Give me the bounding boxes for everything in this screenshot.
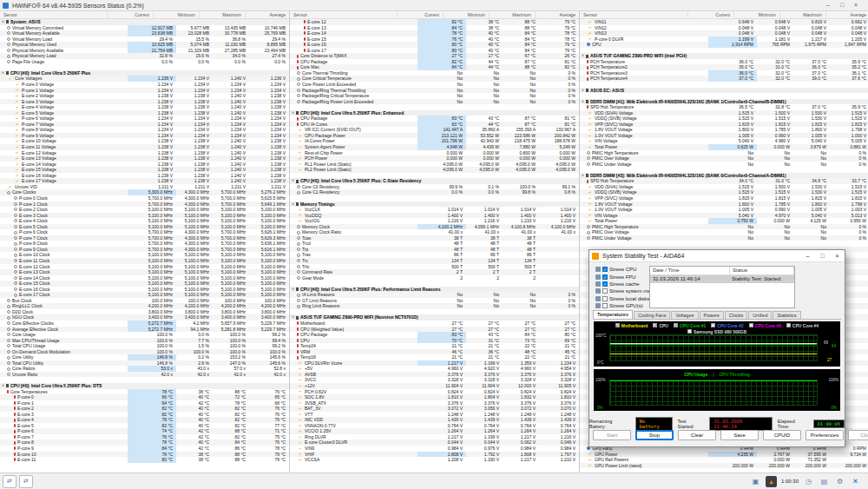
cpuid-button[interactable]: CPUID	[763, 430, 801, 440]
column-header-average[interactable]: Average	[826, 11, 868, 18]
sensor-row[interactable]: Ring Limit ReasonsNoNoNo0 %	[290, 303, 579, 309]
logging-icon[interactable]: ▲	[766, 476, 777, 487]
aida64-maximize-icon[interactable]: □	[815, 250, 830, 261]
legend-item[interactable]: CPU Core #4	[786, 323, 819, 328]
stress-checkbox[interactable]: ✓	[602, 281, 608, 287]
column-header-sensor[interactable]: Sensor	[0, 11, 108, 18]
legend-item[interactable]: ✓CPU	[653, 323, 668, 328]
remote-sensors-icon[interactable]: ▣	[750, 476, 761, 487]
aida64-tab-bar: TemperaturesCooling FansVoltagesPowersCl…	[593, 309, 841, 320]
stress-checkbox[interactable]	[602, 303, 608, 308]
column-header-minimum[interactable]: Minimum	[734, 11, 780, 18]
aida64-minimize-icon[interactable]: –	[800, 250, 815, 261]
expand-arrows-button[interactable]: ⇄	[19, 475, 33, 488]
column-header-minimum[interactable]: Minimum	[444, 11, 490, 18]
sensor-row[interactable]: Page File Usage0.0 %0.0 %0.0 %0.0 %	[0, 59, 289, 65]
settings-gear-icon[interactable]: ⚙	[834, 476, 845, 487]
clock-icon	[587, 162, 590, 166]
sensor-row[interactable]: Core C1 Residency0.0 %0.0 %99.8 %0.8 %	[290, 189, 579, 195]
stress-checkbox[interactable]: ✓	[602, 267, 608, 272]
stress-checkbox[interactable]: ✓	[602, 274, 608, 280]
voltage-icon	[297, 384, 303, 387]
legend-item[interactable]: Samsung SSD 980 500GB	[687, 329, 746, 334]
legend-checkbox[interactable]: ✓	[615, 323, 620, 327]
aida64-app-icon	[592, 253, 599, 260]
sensor-row[interactable]: CPU1,914 RPM765 RPM1,975 RPM1,847 RPM	[580, 42, 868, 48]
sensor-row[interactable]: PMIC Under VoltageNoNoNo0 %	[580, 162, 868, 168]
legend-item[interactable]: ✓CPU Core #1	[674, 323, 706, 328]
column-header-average[interactable]: Average	[246, 11, 289, 18]
column-header-current[interactable]: Current	[108, 11, 154, 18]
sensor-row[interactable]: PL2 Power Limit (Static)4,095.0 W4,095.0…	[290, 167, 579, 173]
legend-item[interactable]: ✓Motherboard	[615, 323, 648, 328]
stop-button[interactable]: Stop	[635, 430, 674, 440]
column-header-current[interactable]: Current	[688, 11, 734, 18]
stress-checkbox[interactable]	[602, 288, 608, 294]
stress-checkbox[interactable]	[602, 296, 608, 301]
aida64-close-icon[interactable]: ×	[830, 250, 845, 261]
voltage-icon	[587, 202, 593, 206]
minimize-icon[interactable]: –	[821, 0, 835, 10]
log-row[interactable]: 31.03.2026 11:46:14 Stability Test: Star…	[650, 275, 794, 283]
legend-checkbox[interactable]	[711, 323, 715, 327]
hwinfo-statusbar: ⇄ ⇄ ▣ ▲ 1:00:30 ◷ ▤ ⚙ ×	[0, 472, 868, 489]
clear-button[interactable]: Clear	[678, 430, 716, 440]
column-header-current[interactable]: Current	[398, 11, 444, 18]
sensor-row[interactable]: PCH Temperature437.0 °C32.0 °C39.0 °C37.…	[580, 76, 868, 82]
sensor-row[interactable]: VCCSA1.208 V1.190 V1.217 V1.210 V	[290, 457, 579, 463]
sensor-row[interactable]: GPU Power Limit (rated)200.000 W200.000 …	[580, 463, 868, 469]
graph2-grid	[609, 380, 818, 406]
collapse-arrows-button[interactable]: ⇄	[3, 475, 16, 488]
log-column-datetime[interactable]: Date / Time	[650, 267, 730, 274]
sensor-row[interactable]: Uncore Ratio42.0 x42.0 x42.0 x42.0 x	[0, 372, 289, 378]
value-maximum: 0.0 %	[213, 59, 249, 65]
tab-clocks[interactable]: Clocks	[725, 311, 748, 319]
tab-powers[interactable]: Powers	[700, 311, 724, 319]
column-header-maximum[interactable]: Maximum	[780, 11, 826, 18]
device-icon	[296, 287, 299, 291]
tab-cooling-fans[interactable]: Cooling Fans	[634, 311, 670, 319]
tab-unified[interactable]: Unified	[748, 311, 772, 319]
sensor-label: Gear Mode	[290, 275, 418, 281]
temperature-icon	[297, 356, 299, 360]
maximize-icon[interactable]: □	[835, 0, 849, 10]
legend-checkbox[interactable]	[786, 323, 791, 327]
sensor-row[interactable]: Gear Mode222	[290, 275, 579, 281]
legend-checkbox[interactable]	[749, 323, 753, 327]
sensor-row[interactable]: Package/Ring Power Limit ExceededNoNoNo0…	[290, 99, 579, 105]
voltage-icon	[587, 111, 593, 115]
temperature-icon	[587, 66, 589, 69]
legend-item[interactable]: CPU Core #3	[749, 323, 781, 328]
voltage-icon	[587, 185, 593, 188]
column-header-sensor[interactable]: Sensor	[290, 11, 398, 18]
tab-temperatures[interactable]: Temperatures	[593, 310, 633, 319]
preferences-button[interactable]: Preferences	[806, 430, 844, 440]
legend-checkbox[interactable]: ✓	[653, 323, 657, 327]
column-header-average[interactable]: Average	[536, 11, 579, 18]
legend-checkbox[interactable]: ✓	[674, 323, 678, 327]
clock-icon	[297, 83, 300, 86]
legend-item[interactable]: CPU Core #2	[711, 323, 743, 328]
section-header-row[interactable]: ∨ASUS EC: ASUS	[580, 88, 868, 94]
column-header-maximum[interactable]: Maximum	[200, 11, 246, 18]
clock-icon[interactable]: ◷	[803, 476, 814, 487]
tab-statistics[interactable]: Statistics	[773, 311, 800, 319]
legend-checkbox[interactable]	[687, 329, 692, 334]
expand-arrow-icon[interactable]: ∨	[580, 88, 586, 94]
tab-voltages[interactable]: Voltages	[671, 311, 698, 319]
column-header-sensor[interactable]: Sensor	[580, 11, 688, 18]
voltage-icon	[297, 406, 303, 410]
report-icon[interactable]: ▤	[819, 476, 830, 487]
log-column-status[interactable]: Status	[730, 267, 794, 274]
clock-icon	[297, 231, 300, 235]
close-icon[interactable]: ×	[849, 0, 863, 10]
close-sensors-icon[interactable]: ×	[850, 476, 861, 487]
aida64-titlebar[interactable]: System Stability Test - AIDA64 – □ ×	[589, 250, 845, 262]
voltage-icon	[587, 208, 593, 211]
save-button[interactable]: Save	[720, 430, 759, 440]
column-header-maximum[interactable]: Maximum	[490, 11, 536, 18]
temperature-icon	[587, 60, 589, 63]
sensor-row[interactable]: E-core 1180 °C38 °C88 °C79 °C	[0, 457, 289, 463]
column-header-minimum[interactable]: Minimum	[154, 11, 200, 18]
graph2-title-right: CPU Throttling	[719, 372, 749, 377]
